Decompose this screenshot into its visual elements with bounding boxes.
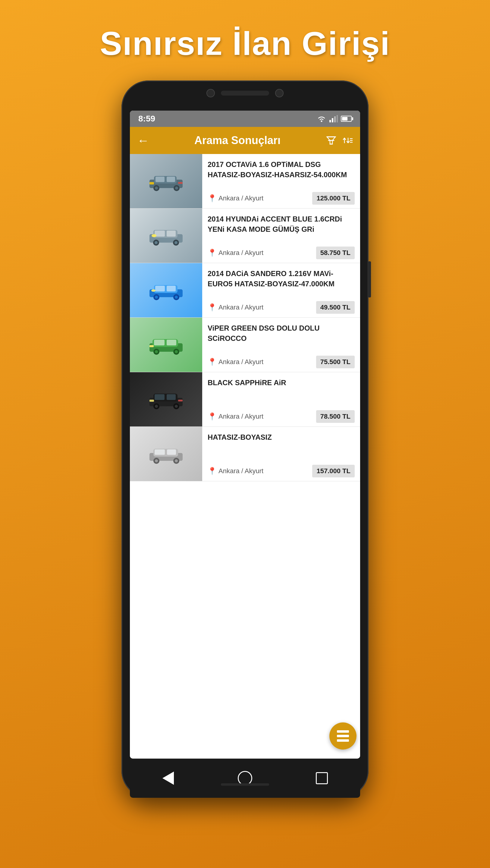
listing-item[interactable]: 2014 HYUNDAi ACCENT BLUE 1.6CRDi YENi KA… <box>130 209 360 263</box>
listing-image-4 <box>130 318 202 372</box>
svg-rect-3 <box>334 116 336 122</box>
listing-content-6: HATASIZ-BOYASIZ 📍 Ankara / Akyurt 157.00… <box>202 427 360 481</box>
listing-footer-4: 📍 Ankara / Akyurt 75.500 TL <box>208 355 355 368</box>
camera-dot-1 <box>207 89 215 97</box>
svg-point-26 <box>175 241 178 244</box>
svg-rect-49 <box>167 394 176 400</box>
phone-bottom-nav <box>130 758 360 798</box>
svg-rect-30 <box>155 286 165 291</box>
svg-rect-54 <box>150 400 154 402</box>
svg-rect-48 <box>155 394 164 400</box>
location-text-1: Ankara / Akyurt <box>218 194 264 202</box>
svg-rect-2 <box>332 118 333 122</box>
svg-point-24 <box>155 241 158 244</box>
page-title: Sınırsız İlan Girişi <box>100 24 390 62</box>
listing-item[interactable]: 2017 OCTAViA 1.6 OPTiMAL DSG HATASIZ-BOY… <box>130 154 360 209</box>
listing-image-3 <box>130 263 202 317</box>
listing-location-4: 📍 Ankara / Akyurt <box>208 358 264 366</box>
listing-footer-1: 📍 Ankara / Akyurt 125.000 TL <box>208 192 355 205</box>
signal-icon <box>329 115 338 122</box>
listing-price-1: 125.000 TL <box>312 192 355 205</box>
svg-rect-12 <box>167 177 175 182</box>
svg-rect-59 <box>167 450 176 455</box>
location-text-2: Ankara / Akyurt <box>218 249 264 257</box>
svg-rect-1 <box>329 120 331 122</box>
listing-content-3: 2014 DACiA SANDERO 1.216V MAVi-EURO5 HAT… <box>202 263 360 317</box>
listing-price-5: 78.500 TL <box>316 410 355 423</box>
listing-item[interactable]: ViPER GREEN DSG DOLU DOLU SCiROCCO 📍 Ank… <box>130 318 360 372</box>
listing-content-1: 2017 OCTAViA 1.6 OPTiMAL DSG HATASIZ-BOY… <box>202 154 360 208</box>
svg-point-53 <box>175 405 178 408</box>
listing-footer-3: 📍 Ankara / Akyurt 49.500 TL <box>208 301 355 314</box>
svg-rect-22 <box>167 230 176 237</box>
listing-item[interactable]: BLACK SAPPHiRE AiR 📍 Ankara / Akyurt 78.… <box>130 372 360 427</box>
listing-title-2: 2014 HYUNDAi ACCENT BLUE 1.6CRDi YENi KA… <box>208 214 355 234</box>
listing-title-1: 2017 OCTAViA 1.6 OPTiMAL DSG HATASIZ-BOY… <box>208 159 355 180</box>
svg-point-63 <box>175 459 178 462</box>
location-pin-icon: 📍 <box>208 303 217 312</box>
phone-mockup: 8:59 <box>121 81 369 798</box>
fab-button[interactable] <box>329 722 357 749</box>
svg-point-27 <box>152 234 156 237</box>
phone-camera-area <box>207 89 283 97</box>
listing-title-3: 2014 DACiA SANDERO 1.216V MAVi-EURO5 HAT… <box>208 269 355 289</box>
svg-point-16 <box>175 187 178 190</box>
svg-rect-40 <box>167 340 176 345</box>
android-back-button[interactable] <box>160 770 177 786</box>
listing-area: 2017 OCTAViA 1.6 OPTiMAL DSG HATASIZ-BOY… <box>130 154 360 758</box>
listing-image-1 <box>130 154 202 208</box>
listing-footer-6: 📍 Ankara / Akyurt 157.000 TL <box>208 465 355 477</box>
svg-rect-45 <box>150 345 154 347</box>
svg-point-36 <box>151 289 155 292</box>
svg-rect-4 <box>337 115 338 122</box>
svg-point-42 <box>155 350 158 353</box>
listing-title-4: ViPER GREEN DSG DOLU DOLU SCiROCCO <box>208 323 355 343</box>
location-pin-icon: 📍 <box>208 412 217 421</box>
svg-rect-58 <box>155 450 165 455</box>
svg-point-14 <box>155 187 158 190</box>
listing-item[interactable]: 2014 DACiA SANDERO 1.216V MAVi-EURO5 HAT… <box>130 263 360 318</box>
listing-location-5: 📍 Ankara / Akyurt <box>208 412 264 421</box>
location-text-3: Ankara / Akyurt <box>218 304 264 311</box>
svg-point-33 <box>155 296 158 299</box>
app-nav-bar: ← Arama Sonuçları <box>130 127 360 154</box>
svg-point-44 <box>175 350 178 353</box>
android-recents-button[interactable] <box>313 770 330 786</box>
location-pin-icon: 📍 <box>208 249 217 257</box>
listing-content-5: BLACK SAPPHiRE AiR 📍 Ankara / Akyurt 78.… <box>202 372 360 427</box>
svg-point-0 <box>321 121 323 122</box>
svg-point-51 <box>155 405 158 408</box>
listing-price-2: 58.750 TL <box>316 247 355 259</box>
listing-image-5 <box>130 372 202 427</box>
location-pin-icon: 📍 <box>208 358 217 366</box>
listing-title-5: BLACK SAPPHiRE AiR <box>208 378 355 388</box>
back-button[interactable]: ← <box>137 134 149 147</box>
fab-list-icon <box>337 730 349 742</box>
listing-item[interactable]: HATASIZ-BOYASIZ 📍 Ankara / Akyurt 157.00… <box>130 427 360 481</box>
listing-price-6: 157.000 TL <box>312 465 355 477</box>
sort-icon[interactable] <box>342 135 353 146</box>
listing-title-6: HATASIZ-BOYASIZ <box>208 432 355 442</box>
nav-title: Arama Sonuçları <box>155 134 320 147</box>
listing-content-4: ViPER GREEN DSG DOLU DOLU SCiROCCO 📍 Ank… <box>202 318 360 372</box>
svg-point-61 <box>155 459 158 462</box>
side-button <box>368 261 371 298</box>
svg-rect-31 <box>167 286 176 291</box>
location-text-5: Ankara / Akyurt <box>218 412 264 421</box>
svg-rect-18 <box>178 182 183 184</box>
speaker-bar <box>221 91 269 96</box>
nav-action-icons <box>326 135 353 146</box>
wifi-icon <box>317 115 326 122</box>
svg-rect-11 <box>155 177 164 182</box>
status-icons <box>317 115 352 122</box>
listing-footer-2: 📍 Ankara / Akyurt 58.750 TL <box>208 247 355 259</box>
listing-location-6: 📍 Ankara / Akyurt <box>208 467 264 475</box>
svg-rect-39 <box>154 340 164 345</box>
location-text-6: Ankara / Akyurt <box>218 467 264 475</box>
listing-price-3: 49.500 TL <box>316 301 355 314</box>
svg-rect-17 <box>150 182 154 184</box>
phone-screen: 8:59 <box>130 111 360 758</box>
svg-point-35 <box>175 296 178 299</box>
filter-icon[interactable] <box>326 135 337 146</box>
listing-content-2: 2014 HYUNDAi ACCENT BLUE 1.6CRDi YENi KA… <box>202 209 360 263</box>
